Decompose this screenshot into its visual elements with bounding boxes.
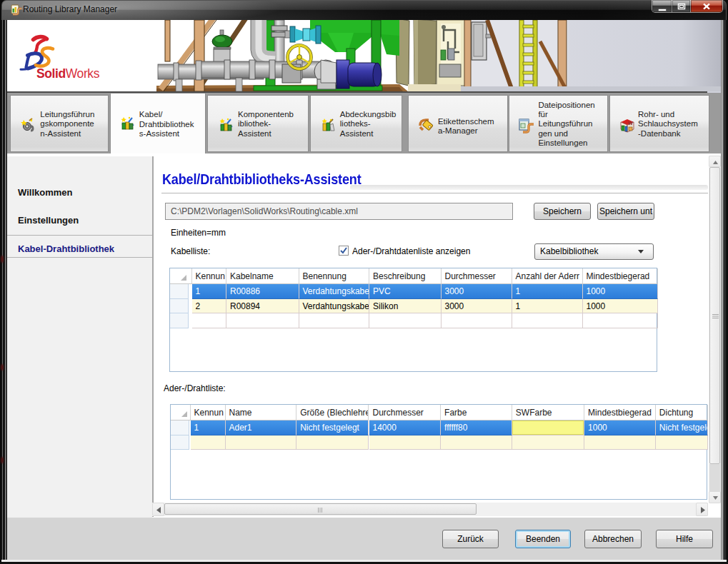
svg-text:W: W — [628, 121, 633, 126]
svg-text:SolidWorks: SolidWorks — [36, 66, 100, 81]
